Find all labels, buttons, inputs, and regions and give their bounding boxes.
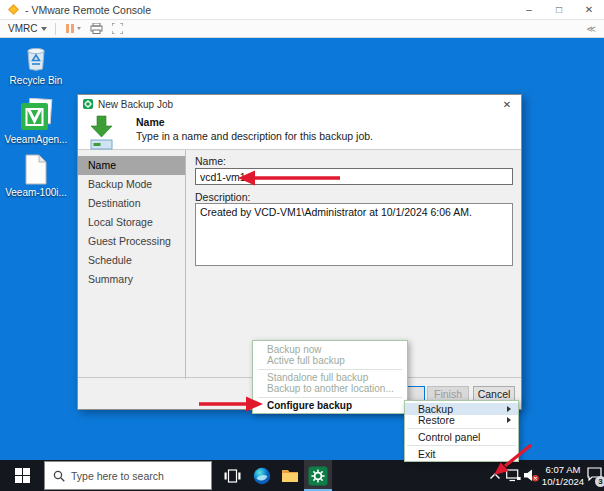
vmrc-menu-label: VMRC <box>8 23 37 34</box>
vmrc-menu-button[interactable]: VMRC <box>8 23 47 34</box>
backup-submenu: Backup now Active full backup Standalone… <box>252 340 408 414</box>
menu-item-exit[interactable]: Exit <box>405 448 518 460</box>
menu-separator <box>258 397 402 398</box>
step-backup-mode[interactable]: Backup Mode <box>78 175 185 194</box>
submenu-arrow-icon <box>507 406 511 412</box>
show-hidden-icons-button[interactable] <box>487 460 503 491</box>
backup-job-icon <box>83 99 93 109</box>
dialog-titlebar: New Backup Job ✕ <box>78 95 521 113</box>
toolbar-divider <box>55 23 56 35</box>
step-summary[interactable]: Summary <box>78 270 185 289</box>
veeam-agent-icon <box>4 98 68 132</box>
desktop-icon-recycle-bin[interactable]: Recycle Bin <box>4 43 68 86</box>
menu-separator <box>407 445 516 446</box>
job-name-input[interactable] <box>195 168 513 185</box>
windows-logo-icon <box>15 468 30 483</box>
start-button[interactable] <box>0 460 44 491</box>
veeam-gear-icon <box>308 466 328 486</box>
suspend-vm-button[interactable] <box>66 24 81 33</box>
edge-icon <box>253 467 271 485</box>
close-button[interactable]: ✕ <box>574 0 604 19</box>
menu-item-control-panel[interactable]: Control panel <box>405 431 518 443</box>
menu-item-backup-to-another-location: Backup to another location... <box>253 383 407 394</box>
minimize-button[interactable]: – <box>514 0 544 19</box>
chevron-up-icon <box>490 473 500 479</box>
task-view-button[interactable] <box>218 460 246 491</box>
desktop-icon-label: Recycle Bin <box>4 75 68 86</box>
step-destination[interactable]: Destination <box>78 194 185 213</box>
veeam-control-panel-button[interactable] <box>304 460 332 491</box>
search-input[interactable] <box>71 470 191 482</box>
fullscreen-button[interactable] <box>112 23 123 34</box>
taskbar-search[interactable] <box>44 461 212 490</box>
printer-icon <box>90 23 103 34</box>
job-description-input[interactable]: Created by VCD-VM1\Administrator at 10/1… <box>195 203 513 266</box>
desktop-icon-veeam-file[interactable]: Veeam-100i... <box>4 154 68 198</box>
print-button[interactable] <box>90 23 103 34</box>
menu-separator <box>258 369 402 370</box>
task-view-icon <box>224 469 241 483</box>
dialog-close-button[interactable]: ✕ <box>498 99 516 110</box>
step-local-storage[interactable]: Local Storage <box>78 213 185 232</box>
file-explorer-button[interactable] <box>276 460 304 491</box>
edge-browser-button[interactable] <box>248 460 276 491</box>
dialog-banner: Name Type in a name and description for … <box>78 113 521 150</box>
pause-icon <box>66 24 74 33</box>
menu-item-active-full-backup: Active full backup <box>253 355 407 366</box>
dialog-title: New Backup Job <box>98 99 173 110</box>
chevron-down-icon <box>41 27 47 31</box>
tray-context-menu: Backup Restore Control panel Exit <box>404 400 519 462</box>
network-status-button[interactable] <box>504 460 522 491</box>
step-schedule[interactable]: Schedule <box>78 251 185 270</box>
menu-item-standalone-full-backup: Standalone full backup <box>253 372 407 383</box>
notification-count-badge: 3 <box>595 476 604 487</box>
menu-item-restore[interactable]: Restore <box>405 415 518 427</box>
taskbar-clock[interactable]: 6:07 AM 10/1/2024 <box>540 464 586 487</box>
name-field-label: Name: <box>195 155 226 167</box>
desktop-icon-veeam-agent[interactable]: VeeamAgen... <box>4 98 68 145</box>
action-center-button[interactable]: 3 <box>585 460 604 491</box>
volume-muted-button[interactable] <box>522 460 540 491</box>
network-icon <box>506 469 521 482</box>
file-icon <box>4 154 68 185</box>
clock-time: 6:07 AM <box>540 464 586 476</box>
desktop-icon-label: VeeamAgen... <box>4 134 68 145</box>
menu-item-backup-now: Backup now <box>253 344 407 355</box>
menu-separator <box>407 428 516 429</box>
folder-icon <box>281 468 299 483</box>
window-titlebar: - VMware Remote Console – □ ✕ <box>0 0 604 20</box>
recycle-bin-icon <box>4 43 68 73</box>
description-field-label: Description: <box>195 191 250 203</box>
taskbar: 6:07 AM 10/1/2024 3 <box>0 460 604 491</box>
banner-heading: Name <box>136 116 165 128</box>
fullscreen-icon <box>112 23 123 34</box>
menu-item-backup[interactable]: Backup <box>405 403 518 415</box>
submenu-arrow-icon <box>507 417 511 423</box>
speaker-muted-icon <box>524 469 539 482</box>
window-title: - VMware Remote Console <box>25 4 151 16</box>
vmrc-toolbar: VMRC ≪ <box>0 20 604 38</box>
step-name[interactable]: Name <box>78 156 185 175</box>
menu-item-configure-backup[interactable]: Configure backup <box>253 400 407 411</box>
vmrc-app-icon <box>8 4 19 15</box>
banner-description: Type in a name and description for this … <box>136 130 373 142</box>
green-download-arrow-icon <box>87 115 117 154</box>
clock-date: 10/1/2024 <box>540 476 586 488</box>
toolbar-collapse-button[interactable]: ≪ <box>587 24 596 34</box>
maximize-button[interactable]: □ <box>544 0 574 19</box>
desktop-icon-label: Veeam-100i... <box>4 187 68 198</box>
step-guest-processing[interactable]: Guest Processing <box>78 232 185 251</box>
chevron-down-icon <box>77 27 81 30</box>
search-icon <box>53 470 65 482</box>
wizard-steps-sidebar: Name Backup Mode Destination Local Stora… <box>78 150 186 379</box>
